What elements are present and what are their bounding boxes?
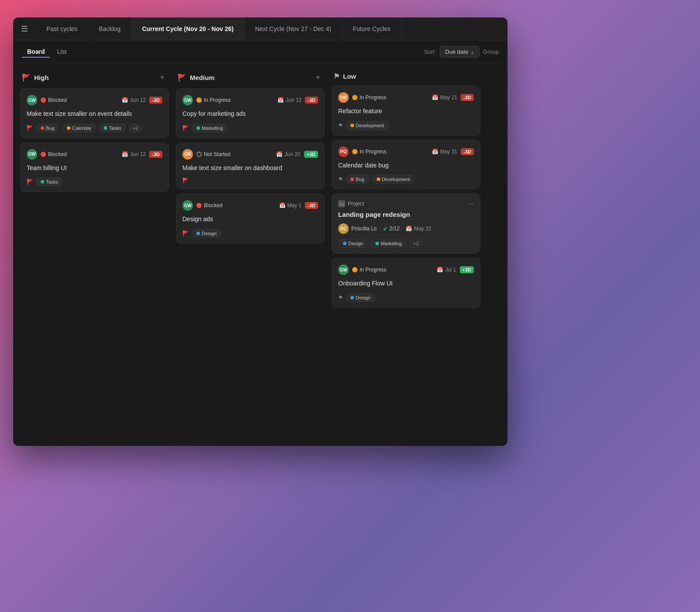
- inprogress-dot-8: [352, 267, 357, 272]
- card-tags-2: 🚩 Tasks: [27, 177, 162, 186]
- overdue-badge-1: -3D: [149, 97, 162, 104]
- project-date-value: May 22: [414, 226, 431, 232]
- app-window: ☰ Past cycles Backlog Current Cycle (Nov…: [13, 17, 508, 446]
- nav-tab-next-cycle[interactable]: Next Cycle (Nov 27 - Dec 4): [245, 17, 342, 40]
- status-label-1: Blocked: [48, 97, 67, 103]
- status-label-5: Blocked: [204, 202, 223, 209]
- overdue-badge-3: -3D: [305, 97, 318, 104]
- card-tags-4: 🚩: [182, 177, 318, 184]
- avatar-gw-2: GW: [27, 149, 37, 160]
- card-title-2: Team billing UI: [27, 164, 162, 173]
- column-label-low: Low: [343, 73, 356, 80]
- calendar-icon-6: 📅: [432, 94, 438, 101]
- date-7: May 31: [440, 149, 457, 155]
- card-make-text-size: GW Blocked 📅 Jun 12 -3D Make: [20, 88, 169, 138]
- project-progress: ✔ 2/12: [383, 226, 399, 232]
- date-badge-8: 📅 Jul 1: [437, 267, 456, 273]
- marketing-dot-project: [375, 242, 379, 245]
- column-header-low: ⚑ Low: [332, 72, 480, 86]
- date-badge-6: 📅 May 21: [432, 94, 457, 101]
- nav-bar: ☰ Past cycles Backlog Current Cycle (Nov…: [13, 17, 508, 40]
- status-inprogress-3: In Progress: [196, 97, 231, 103]
- tab-list[interactable]: List: [52, 45, 72, 58]
- avatar-gw-5: GW: [182, 200, 193, 211]
- tag-marketing-3: Marketing: [192, 124, 228, 132]
- card-team-billing: GW Blocked 📅 Jun 12 -3D Team: [20, 143, 169, 192]
- card-left-4: OR Not Started: [182, 149, 231, 160]
- tab-board[interactable]: Board: [22, 45, 50, 58]
- status-label-8: In Progress: [360, 267, 386, 273]
- date-badge-3: 📅 Jun 12: [277, 97, 301, 103]
- status-blocked-1: Blocked: [41, 97, 67, 103]
- overdue-badge-5: -3D: [305, 202, 318, 209]
- nav-tabs: Past cycles Backlog Current Cycle (Nov 2…: [36, 17, 402, 40]
- card-header-5: GW Blocked 📅 May 1 -3D: [182, 200, 318, 211]
- calendar-icon-4: 📅: [276, 151, 283, 157]
- bug-dot-7: [350, 177, 354, 181]
- tag-label-tasks-1: Tasks: [109, 125, 121, 131]
- flag-tag-5: 🚩: [182, 230, 189, 236]
- tag-marketing-project: Marketing: [371, 239, 406, 248]
- sub-header: Board List Sort: Due date ↓ Group: [13, 40, 508, 63]
- status-inprogress-8: In Progress: [352, 267, 386, 273]
- card-tags-6: ⚑ Development: [338, 121, 474, 130]
- card-left-6: OR In Progress: [338, 92, 386, 103]
- status-label-6: In Progress: [360, 94, 386, 101]
- card-tags-7: ⚑ Bug Development: [338, 175, 474, 184]
- status-blocked-5: Blocked: [196, 202, 223, 209]
- column-header-medium: 🚩 Medium +: [176, 72, 325, 88]
- avatar-gw-8: GW: [338, 264, 349, 275]
- card-tags-5: 🚩 Design: [182, 229, 318, 238]
- card-title-3: Copy for marketing ads: [182, 110, 318, 118]
- nav-tab-past-cycles[interactable]: Past cycles: [36, 17, 88, 40]
- project-icon: 🗂: [338, 200, 345, 207]
- project-tags: Design Marketing +2: [338, 239, 474, 248]
- check-icon: ✔: [383, 226, 388, 232]
- card-title-7: Calendar date bug: [338, 161, 474, 170]
- date-badge-1: 📅 Jun 12: [122, 97, 146, 103]
- date-badge-5: 📅 May 1: [279, 202, 302, 209]
- add-medium-button[interactable]: +: [313, 72, 323, 83]
- card-tags-1: 🚩 Bug Calendar Tasks +2: [27, 124, 162, 132]
- card-header-1: GW Blocked 📅 Jun 12 -3D: [27, 95, 162, 105]
- card-left-5: GW Blocked: [182, 200, 223, 211]
- column-low: ⚑ Low OR In Progress 📅: [332, 72, 480, 312]
- add-high-button[interactable]: +: [157, 72, 167, 83]
- project-menu-dots[interactable]: ⋯: [468, 200, 474, 207]
- flag-tag-6: ⚑: [338, 122, 343, 129]
- flag-tag-4: 🚩: [182, 177, 189, 184]
- inprogress-dot-3: [196, 97, 202, 103]
- marketing-dot-3: [196, 126, 200, 130]
- flag-tag-3: 🚩: [182, 125, 189, 131]
- sort-button[interactable]: Due date ↓: [440, 46, 480, 58]
- nav-tab-current-cycle[interactable]: Current Cycle (Nov 20 - Nov 26): [132, 17, 245, 40]
- status-label-4: Not Started: [204, 151, 231, 157]
- calendar-icon-1: 📅: [122, 97, 128, 103]
- status-blocked-2: Blocked: [41, 151, 67, 157]
- card-onboarding-flow: GW In Progress 📅 Jul 1 +3D O: [332, 258, 480, 308]
- avatar-gw-3: GW: [182, 95, 193, 105]
- date-5: May 1: [287, 202, 302, 209]
- card-landing-page-project: 🗂 Project ⋯ Landing page redesign PC Pri…: [332, 194, 480, 254]
- tag-more-1: +2: [129, 124, 142, 132]
- flag-tag-2: 🚩: [27, 179, 33, 185]
- development-dot-6: [350, 124, 354, 127]
- tag-development-7: Development: [372, 175, 415, 184]
- calendar-dot-1: [67, 126, 70, 130]
- tag-label-development-7: Development: [382, 177, 410, 182]
- flag-low-icon: ⚑: [333, 72, 340, 80]
- nav-tab-backlog[interactable]: Backlog: [88, 17, 132, 40]
- card-header-6: OR In Progress 📅 May 21 -3D: [338, 92, 474, 103]
- nav-tab-future-cycles[interactable]: Future Cycles: [342, 17, 401, 40]
- project-meta: PC Priscilla Lo ✔ 2/12 📅 May 22: [338, 223, 474, 234]
- date-badge-4: 📅 Jun 20: [276, 151, 300, 157]
- tag-label-bug-1: Bug: [46, 125, 55, 131]
- card-refactor-feature: OR In Progress 📅 May 21 -3D: [332, 86, 480, 136]
- progress-value: 2/12: [389, 226, 399, 232]
- tag-label-design-5: Design: [202, 231, 217, 236]
- tag-more-project: +2: [410, 239, 423, 248]
- tag-tasks-2: Tasks: [36, 177, 63, 186]
- menu-icon[interactable]: ☰: [13, 24, 36, 34]
- column-label-high: High: [34, 74, 49, 81]
- assignee-name: Priscilla Lo: [351, 226, 377, 232]
